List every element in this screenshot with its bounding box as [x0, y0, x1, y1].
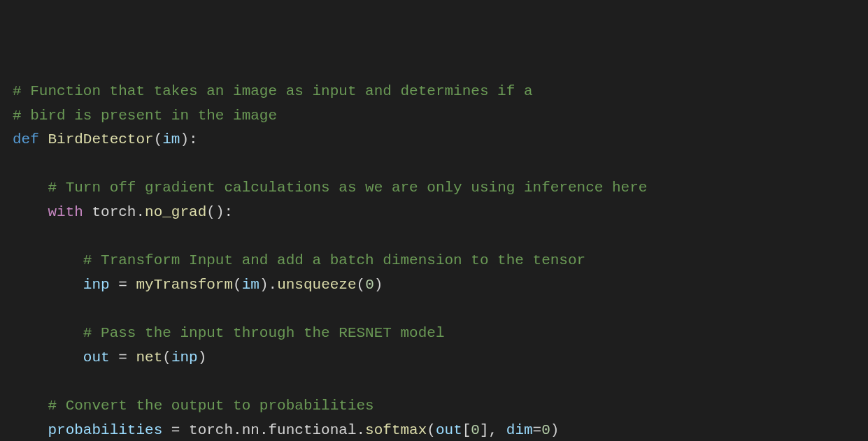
- paren: ).: [259, 277, 277, 293]
- function-call: softmax: [365, 422, 427, 438]
- function-name: BirdDetector: [48, 131, 153, 147]
- paren: ):: [180, 131, 197, 147]
- bracket: [: [462, 422, 471, 438]
- parens: ():: [206, 204, 233, 220]
- method: no_grad: [145, 204, 206, 220]
- variable: inp: [171, 349, 198, 366]
- variable: inp: [83, 277, 110, 293]
- paren: ): [374, 277, 383, 293]
- variable: probabilities: [48, 422, 162, 438]
- paren: (: [427, 422, 436, 438]
- number: 0: [471, 422, 480, 438]
- method: unsqueeze: [277, 277, 356, 293]
- paren: (: [154, 131, 163, 147]
- comment: # Turn off gradient calculations as we a…: [48, 180, 647, 196]
- paren: (: [233, 277, 242, 293]
- operator: =: [110, 349, 136, 366]
- code-line: def BirdDetector(im):: [13, 128, 855, 152]
- bracket: ],: [480, 422, 506, 438]
- code-line: # Convert the output to probabilities: [13, 394, 855, 419]
- blank-line: [13, 225, 855, 250]
- operator: =: [162, 422, 189, 438]
- module-path: torch.nn.functional.: [189, 422, 365, 438]
- function-call: myTransform: [136, 277, 233, 293]
- comment: # bird is present in the image: [13, 108, 277, 124]
- kwarg: dim: [506, 422, 533, 438]
- code-line: out = net(inp): [13, 346, 855, 370]
- number: 0: [365, 277, 374, 293]
- code-line: # Function that takes an image as input …: [13, 80, 855, 104]
- torch: torch.: [83, 204, 145, 220]
- number: 0: [541, 422, 550, 438]
- blank-line: [13, 370, 855, 395]
- parameter: im: [162, 131, 180, 147]
- variable: out: [436, 422, 462, 438]
- comment: # Transform Input and add a batch dimens…: [83, 252, 585, 268]
- code-line: # bird is present in the image: [13, 104, 855, 129]
- code-line: # Turn off gradient calculations as we a…: [13, 176, 855, 201]
- paren: ): [198, 349, 207, 366]
- keyword-with: with: [48, 204, 83, 220]
- paren: (: [357, 277, 366, 293]
- blank-line: [13, 152, 855, 177]
- keyword-def: def: [13, 131, 39, 147]
- code-editor[interactable]: # Function that takes an image as input …: [13, 80, 855, 441]
- code-line: with torch.no_grad():: [13, 201, 855, 225]
- variable: im: [242, 277, 259, 293]
- code-line: # Transform Input and add a batch dimens…: [13, 249, 855, 273]
- paren: (: [162, 349, 171, 366]
- variable: out: [83, 349, 110, 366]
- space: [39, 131, 48, 147]
- paren: ): [550, 422, 560, 438]
- blank-line: [13, 298, 855, 322]
- function-call: net: [136, 349, 162, 366]
- comment: # Function that takes an image as input …: [13, 83, 533, 99]
- comment: # Convert the output to probabilities: [48, 398, 373, 414]
- code-line: # Pass the input through the RESNET mode…: [13, 321, 855, 346]
- comment: # Pass the input through the RESNET mode…: [83, 325, 445, 341]
- code-line: inp = myTransform(im).unsqueeze(0): [13, 273, 855, 298]
- operator: =: [533, 422, 542, 438]
- operator: =: [110, 277, 136, 293]
- code-line: probabilities = torch.nn.functional.soft…: [13, 419, 855, 441]
